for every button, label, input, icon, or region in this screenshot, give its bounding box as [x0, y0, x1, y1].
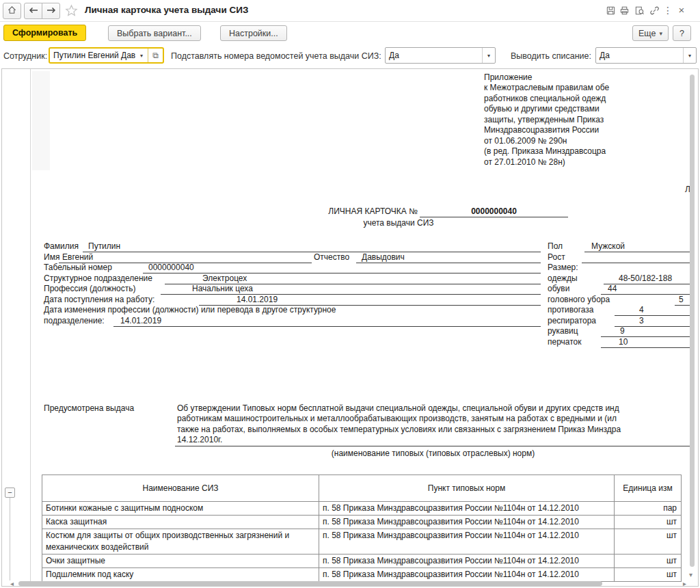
substitute-value[interactable]: Да	[386, 48, 482, 63]
employee-combo[interactable]: Путилин Евгений Давы ▾ ⧉	[49, 47, 164, 64]
more-button[interactable]: Еще ▾	[632, 25, 669, 41]
card-number-field: 0000000040	[420, 206, 568, 217]
card-subtitle: учета выдачи СИЗ	[323, 218, 474, 228]
employee-dropdown-arrow-icon[interactable]: ▾	[135, 49, 148, 62]
siz-table: Наименование СИЗ Пункт типовых норм Един…	[42, 475, 682, 582]
forward-button[interactable]	[42, 3, 60, 19]
norm-caption: (наименование типовых (типовых отраслевы…	[175, 449, 691, 459]
size-row-value: 48-50/182-188	[604, 273, 691, 284]
print-icon[interactable]	[618, 4, 630, 16]
change-date-field: 14.01.2019	[113, 316, 541, 327]
department-field: Электроцех	[165, 273, 541, 284]
height-field	[582, 252, 691, 263]
norm-line: также на работах, выполняемых в особых т…	[177, 425, 621, 435]
scroll-right-icon[interactable]: ▸	[683, 580, 686, 587]
gutter-divider	[30, 69, 31, 586]
writeoff-dropdown-arrow-icon[interactable]: ▾	[683, 48, 696, 63]
generate-button[interactable]: Сформировать	[3, 25, 86, 41]
size-row-value: 10	[601, 337, 691, 348]
lastname-label: Фамилия	[44, 241, 79, 252]
employee-value[interactable]: Путилин Евгений Давы	[50, 49, 135, 62]
page-title: Личная карточка учета выдачи СИЗ	[85, 5, 248, 15]
size-row-label: респиратора	[548, 316, 596, 326]
home-button[interactable]	[3, 3, 21, 19]
home-icon	[7, 5, 17, 18]
appendix-line: работников специальной одежд	[484, 94, 606, 104]
size-row-label: головного убора	[548, 295, 610, 305]
card-number: 0000000040	[471, 206, 517, 216]
table-row[interactable]: Ботинки кожаные с защитным подноском п. …	[42, 502, 682, 516]
size-header: Размер:	[548, 263, 578, 273]
substitute-label: Подставлять номера ведомостей учета выда…	[171, 51, 381, 61]
scroll-down-icon[interactable]: ▾	[689, 572, 692, 578]
height-label: Рост	[548, 252, 565, 263]
firstname-field: Евгений	[59, 252, 312, 263]
close-icon[interactable]: ×	[675, 4, 688, 16]
group-bracket-line	[10, 498, 10, 580]
size-row-value: 44	[601, 284, 691, 295]
substitute-dropdown-arrow-icon[interactable]: ▾	[482, 48, 495, 63]
norm-line: Об утверждении Типовых норм бесплатной в…	[177, 403, 619, 414]
window-title-bar: Личная карточка учета выдачи СИЗ ⋮	[0, 0, 700, 22]
help-button[interactable]: ?	[673, 25, 691, 41]
favorite-star-icon[interactable]	[65, 4, 78, 20]
appendix-line: от 27.01.2010 № 28н)	[484, 157, 565, 168]
change-date-label-line2: подразделение:	[44, 316, 105, 326]
appendix-line: (в ред. Приказа Минздравсоцра	[484, 146, 606, 157]
choose-variant-button[interactable]: Выбрать вариант...	[108, 25, 201, 41]
writeoff-combo[interactable]: Да ▾	[595, 47, 697, 64]
vertical-scrollbar[interactable]	[690, 75, 695, 567]
link-icon[interactable]	[648, 4, 660, 16]
col-header-unit: Единица изм	[615, 475, 682, 502]
save-icon[interactable]	[604, 4, 617, 16]
menu-kebab-icon[interactable]: ⋮	[662, 4, 674, 16]
size-row-label: рукавиц	[548, 326, 578, 336]
issue-label: Предусмотрена выдача	[44, 403, 134, 414]
generate-button-label: Сформировать	[12, 28, 77, 38]
employee-value-text: Путилин Евгений Давы	[53, 51, 135, 60]
norm-line: 14.12.2010г.	[177, 435, 222, 445]
profession-label: Профессия (должность)	[44, 284, 136, 294]
table-row[interactable]: Очки защитные п. 58 Приказа Минздравсоцр…	[42, 554, 682, 568]
settings-button[interactable]: Настройки...	[220, 25, 287, 41]
back-arrow-icon	[29, 5, 38, 17]
appendix-line: от 01.06.2009 № 290н	[484, 136, 567, 146]
scroll-left-icon[interactable]: ◂	[10, 580, 14, 587]
col-header-norm: Пункт типовых норм	[319, 475, 615, 502]
appendix-line: Минздравсоцразвития России	[484, 125, 599, 135]
firstname-label: Имя	[44, 252, 59, 263]
choose-variant-label: Выбрать вариант...	[117, 29, 192, 38]
employee-open-icon[interactable]: ⧉	[148, 49, 163, 62]
hire-date-label: Дата поступления на работу:	[44, 295, 154, 305]
group-collapse-button[interactable]: −	[5, 487, 15, 498]
report-window: Личная карточка учета выдачи СИЗ ⋮	[0, 0, 700, 588]
size-row-label: обуви	[548, 284, 569, 294]
back-button[interactable]	[24, 3, 42, 19]
size-row-label: перчаток	[548, 337, 582, 347]
col-header-name: Наименование СИЗ	[42, 475, 319, 502]
table-row[interactable]: Каска защитная п. 58 Приказа Минздравсоц…	[42, 516, 682, 529]
gender-label: Пол	[548, 241, 563, 252]
close-glyph: ×	[679, 5, 685, 15]
writeoff-value[interactable]: Да	[596, 48, 683, 63]
lastname-field: Путилин	[83, 241, 541, 252]
card-title: ЛИЧНАЯ КАРТОЧКА №	[289, 206, 418, 217]
appendix-line: защиты, утвержденным Приказ	[484, 115, 604, 125]
chevron-down-icon: ▾	[659, 30, 662, 37]
preview-icon[interactable]	[633, 4, 645, 16]
tab-number-field: 0000000040	[143, 263, 541, 273]
gender-field: Мужской	[584, 241, 691, 252]
substitute-combo[interactable]: Да ▾	[385, 47, 496, 64]
forward-arrow-icon	[46, 5, 56, 17]
table-row[interactable]: Подшлемник под каску п. 58 Приказа Минзд…	[42, 568, 682, 582]
norm-line: работникам машиностроительных и металлоо…	[177, 414, 617, 424]
settings-label: Настройки...	[229, 29, 278, 38]
employee-label: Сотрудник:	[3, 51, 47, 61]
middlename-field: Давыдович	[356, 252, 541, 263]
size-row-value: 5	[675, 295, 691, 306]
table-row[interactable]: Костюм для защиты от общих производствен…	[42, 529, 682, 554]
appendix-line: к Межотраслевым правилам обе	[484, 83, 609, 93]
horizontal-scrollbar[interactable]	[18, 581, 602, 586]
middlename-label: Отчество	[314, 252, 349, 263]
margin-shade	[32, 71, 50, 170]
